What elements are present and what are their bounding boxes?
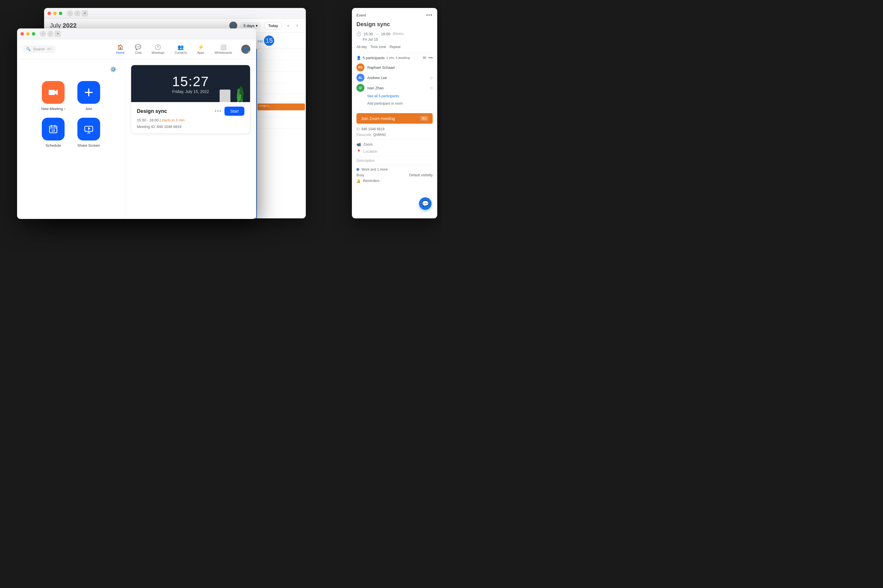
join-action[interactable]: Join xyxy=(77,81,101,111)
location-icon: 📍 xyxy=(356,149,361,153)
schedule-action[interactable]: 19 Schedule xyxy=(41,118,65,148)
nav-item-chat[interactable]: 💬 Chat xyxy=(130,42,146,57)
zoom-action-grid: New Meeting ▾ Join xyxy=(41,81,101,148)
zoom-right-panel: 15:27 Friday, July 15, 2022 xyxy=(125,59,256,219)
meeting-card: 15:27 Friday, July 15, 2022 xyxy=(131,65,250,134)
video-icon: 📹 xyxy=(356,142,361,146)
meeting-card-hero: 15:27 Friday, July 15, 2022 xyxy=(131,65,250,102)
schedule-label: Schedule xyxy=(45,143,61,148)
today-button[interactable]: Today xyxy=(264,22,282,30)
schedule-button[interactable]: 19 xyxy=(42,118,65,141)
contacts-icon: 👥 xyxy=(177,44,184,50)
zoom-expand-button[interactable]: ⊞ xyxy=(55,31,61,37)
nav-item-meetings[interactable]: 🕐 Meetings xyxy=(147,42,169,57)
participant-name-andrew: Andrew Lee xyxy=(367,76,427,80)
chevron-down-icon: ▾ xyxy=(256,24,258,28)
share-screen-button[interactable] xyxy=(77,118,100,141)
join-zoom-button[interactable]: Join Zoom meeting ⌘J xyxy=(356,113,432,124)
forward-button[interactable]: › xyxy=(74,10,81,16)
minimize-icon[interactable] xyxy=(53,12,57,15)
nav-item-home[interactable]: 🏠 Home xyxy=(112,42,129,57)
meeting-card-menu-icon[interactable]: ••• xyxy=(215,108,222,114)
participant-envelope-icon[interactable]: ✉ xyxy=(423,56,426,60)
meeting-id-row: ID 846 1048 6819 xyxy=(356,127,432,131)
zoom-back-button[interactable]: ‹ xyxy=(40,31,46,37)
zoom-forward-button[interactable]: › xyxy=(47,31,54,37)
nav-label-chat: Chat xyxy=(135,51,141,54)
participant-avatar-raphael: RS xyxy=(356,63,364,71)
new-meeting-label: New Meeting ▾ xyxy=(41,106,65,111)
maximize-icon[interactable] xyxy=(59,12,62,15)
next-week-button[interactable]: › xyxy=(294,22,300,29)
zoom-close-icon[interactable] xyxy=(21,32,24,36)
nav-label-apps: Apps xyxy=(197,51,204,54)
event-start-time: 15:30 xyxy=(363,32,373,36)
svg-marker-1 xyxy=(55,90,58,95)
gcal-nav-buttons: ‹ › ⊞ xyxy=(67,10,88,16)
zoom-window: ‹ › ⊞ 🔍 Search ⌘F 🏠 Home 💬 Chat 🕐 Meetin… xyxy=(17,28,256,219)
event-panel-menu-icon[interactable]: ••• xyxy=(426,12,432,18)
nav-item-apps[interactable]: ⚡ Apps xyxy=(192,42,209,57)
participant-row-raphael: RS Raphael Schaad xyxy=(356,62,432,72)
close-icon[interactable] xyxy=(48,12,51,15)
participant-name-raphael: Raphael Schaad xyxy=(367,65,432,70)
event-time-row: 🕐 15:30 → 16:00 30mins xyxy=(356,32,432,36)
add-participant-link[interactable]: Add participant or room xyxy=(356,100,432,106)
zoom-minimize-icon[interactable] xyxy=(26,32,30,36)
nav-item-contacts[interactable]: 👥 Contacts xyxy=(170,42,191,57)
all-day-link[interactable]: All-day xyxy=(356,45,367,49)
gcal-col-fri: Design s... xyxy=(256,49,306,218)
zoom-left-panel: ⚙️ New Meeting ▾ xyxy=(17,59,125,219)
expand-button[interactable]: ⊞ xyxy=(82,10,88,16)
gcal-titlebar: ‹ › ⊞ xyxy=(44,8,306,19)
repeat-link[interactable]: Repeat xyxy=(389,45,401,49)
zoom-search-bar[interactable]: 🔍 Search ⌘F xyxy=(23,45,56,53)
nav-label-meetings: Meetings xyxy=(152,51,164,54)
event-participants-section: 👤 5 participants 1 yes, 4 awaiting ✉ •••… xyxy=(356,56,432,106)
description-row: Description xyxy=(356,158,432,163)
meeting-date: Friday, July 15, 2022 xyxy=(173,89,209,94)
time-zone-link[interactable]: Time zone xyxy=(370,45,386,49)
prev-week-button[interactable]: ‹ xyxy=(285,22,291,29)
event-panel-title: Event xyxy=(356,13,366,17)
home-icon: 🏠 xyxy=(117,44,123,50)
starts-in-text: starts in 3 min xyxy=(162,118,185,122)
start-meeting-button[interactable]: Start xyxy=(224,106,244,116)
see-all-participants-link[interactable]: See all 5 participants xyxy=(356,93,432,99)
participant-more-icon[interactable]: ••• xyxy=(428,56,432,60)
status-row: Busy Default visibility xyxy=(356,173,432,177)
view-select[interactable]: 5 days ▾ xyxy=(240,22,261,29)
zoom-nav-items: 🏠 Home 💬 Chat 🕐 Meetings 👥 Contacts ⚡ Ap… xyxy=(112,42,237,57)
new-meeting-action[interactable]: New Meeting ▾ xyxy=(41,81,65,111)
event-meta-row: All-day Time zone Repeat xyxy=(356,45,432,49)
settings-icon[interactable]: ⚙️ xyxy=(110,66,116,72)
search-icon: 🔍 xyxy=(26,47,31,51)
reminders-row: 🔔 Reminders xyxy=(356,179,432,183)
search-placeholder: Search xyxy=(33,47,45,51)
gcal-event-fri-design[interactable]: Design s... xyxy=(257,104,305,110)
share-screen-action[interactable]: Share Screen xyxy=(77,118,101,148)
zoom-titlebar: ‹ › ⊞ xyxy=(17,28,256,39)
zoom-maximize-icon[interactable] xyxy=(32,32,35,36)
nav-item-whiteboards[interactable]: ⬜ Whiteboards xyxy=(210,42,237,57)
chat-bubble-button[interactable]: 💬 xyxy=(419,197,431,210)
join-label: Join xyxy=(86,106,92,111)
participants-count: 👤 5 participants 1 yes, 4 awaiting xyxy=(356,56,410,60)
clock-icon: 🕐 xyxy=(356,32,361,36)
meeting-card-header: Design sync ••• Start xyxy=(137,106,244,116)
passcode-row: Passcode QrWh92 xyxy=(356,133,432,137)
zoom-user-avatar[interactable]: 👤 xyxy=(241,45,250,54)
search-shortcut: ⌘F xyxy=(47,47,52,51)
back-button[interactable]: ‹ xyxy=(67,10,73,16)
participants-header: 👤 5 participants 1 yes, 4 awaiting ✉ ••• xyxy=(356,56,432,60)
chat-icon: 💬 xyxy=(135,44,141,50)
status-online-dot xyxy=(248,51,250,54)
new-meeting-button[interactable] xyxy=(42,81,65,104)
dropdown-arrow-icon: ▾ xyxy=(64,108,65,111)
bell-icon: 🔔 xyxy=(356,179,361,183)
zoom-nav-buttons: ‹ › ⊞ xyxy=(40,31,61,37)
meeting-card-id: Meeting ID: 846 1048 6819 xyxy=(137,124,244,129)
participant-avatar-andrew: AL xyxy=(356,74,364,82)
meeting-card-time: 15:30 - 16:00 | starts in 3 min xyxy=(137,118,244,122)
join-button[interactable] xyxy=(77,81,100,104)
